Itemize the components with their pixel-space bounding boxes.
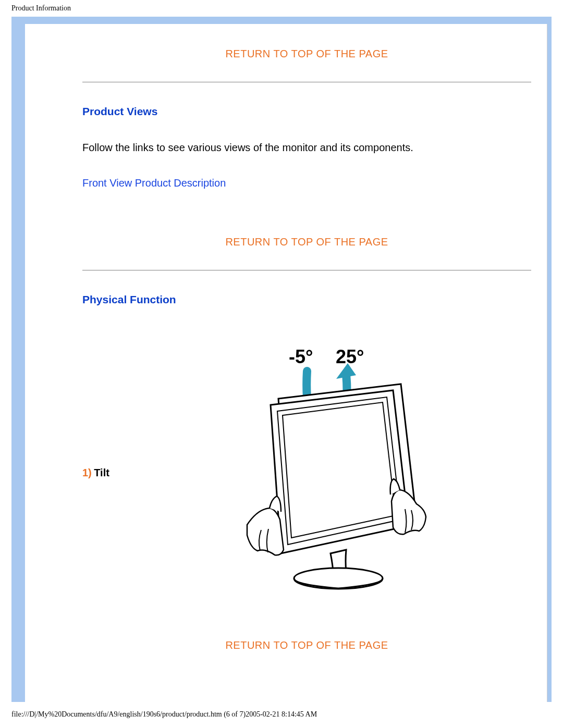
tilt-label: 1) Tilt [82,467,134,479]
svg-point-2 [294,568,383,589]
footer-path: file:///D|/My%20Documents/dfu/A9/english… [11,710,317,719]
tilt-max-label: 25° [336,346,364,367]
tilt-illustration: -5° 25° [134,342,531,603]
return-to-top-link[interactable]: RETURN TO TOP OF THE PAGE [82,236,531,248]
front-view-link[interactable]: Front View Product Description [82,177,531,189]
tilt-min-label: -5° [289,346,313,367]
tilt-item-name: Tilt [94,467,109,478]
return-to-top-link[interactable]: RETURN TO TOP OF THE PAGE [82,48,531,60]
heading-product-views: Product Views [82,105,531,118]
product-views-description: Follow the links to see various views of… [82,141,531,154]
left-hand-icon [247,496,284,555]
divider [82,82,531,82]
divider [82,270,531,270]
page-header: Product Information [0,0,563,13]
tilt-item-number: 1) [82,467,92,478]
heading-physical-function: Physical Function [82,293,531,306]
content-area: RETURN TO TOP OF THE PAGE Product Views … [25,24,547,702]
tilt-row: 1) Tilt -5° 25° [82,342,531,603]
outer-frame: RETURN TO TOP OF THE PAGE Product Views … [11,17,552,702]
return-to-top-link[interactable]: RETURN TO TOP OF THE PAGE [82,639,531,651]
